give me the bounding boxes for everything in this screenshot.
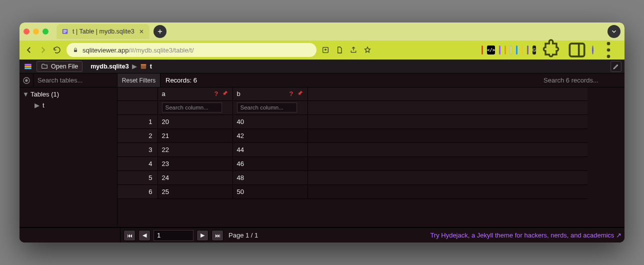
table-row[interactable]: 62550 [118, 184, 588, 198]
first-page-button[interactable]: ⏮ [124, 230, 136, 241]
type-help-icon[interactable]: ? [214, 90, 218, 98]
edit-button[interactable] [610, 61, 622, 72]
footer-gutter [22, 228, 120, 242]
address-field[interactable]: sqliteviewer.app/#/mydb.sqlite3/table/t/ [66, 43, 316, 57]
extension-icon[interactable] [510, 46, 512, 54]
prev-page-button[interactable]: ◀ [138, 230, 150, 241]
extension-icon[interactable] [499, 46, 500, 54]
close-tab-icon[interactable] [138, 28, 144, 34]
cell-a[interactable]: 24 [158, 170, 232, 184]
cell-b[interactable]: 44 [232, 142, 308, 156]
table-row[interactable]: 52448 [118, 170, 588, 184]
svg-point-16 [25, 79, 28, 82]
pin-column-icon[interactable] [298, 90, 304, 98]
browser-tab[interactable]: t | Table | mydb.sqlite3 [56, 24, 150, 39]
sidebar-group-label: Tables (1) [30, 90, 59, 98]
rownum-cell: 1 [118, 114, 158, 128]
filter-bar: Reset Filters Records: 6 [20, 74, 624, 88]
install-app-icon[interactable] [322, 46, 330, 54]
extensions-puzzle-icon[interactable] [540, 39, 562, 61]
tab-overflow-button[interactable] [608, 25, 620, 38]
minimize-window-button[interactable] [33, 28, 39, 34]
back-button[interactable] [24, 46, 34, 54]
data-table: a ? b ? [118, 88, 588, 199]
rownum-cell: 4 [118, 156, 158, 170]
cell-empty [308, 156, 588, 170]
svg-rect-12 [24, 68, 32, 69]
close-window-button[interactable] [24, 28, 30, 34]
pin-column-icon[interactable] [222, 90, 228, 98]
kebab-menu-icon[interactable] [598, 39, 620, 61]
type-help-icon[interactable]: ? [290, 90, 294, 98]
cell-a[interactable]: 23 [158, 156, 232, 170]
open-file-button[interactable]: Open File [36, 61, 82, 72]
extension-icon[interactable] [522, 46, 523, 54]
window: t | Table | mydb.sqlite3 sqliteviewer.ap… [20, 22, 624, 242]
column-header-b[interactable]: b ? [232, 88, 308, 100]
sidebar-item-label: t [42, 102, 44, 109]
cell-a[interactable]: 20 [158, 114, 232, 128]
cell-a[interactable]: 21 [158, 128, 232, 142]
cell-a[interactable]: 22 [158, 142, 232, 156]
profile-avatar-icon[interactable] [592, 46, 594, 54]
cell-b[interactable]: 46 [232, 156, 308, 170]
table-row[interactable]: 32244 [118, 142, 588, 156]
lock-icon [72, 47, 78, 53]
rownum-cell: 3 [118, 142, 158, 156]
extension-icon[interactable] [516, 46, 518, 54]
side-panel-icon[interactable] [566, 39, 588, 61]
folder-open-icon [41, 63, 48, 70]
search-column-a-input[interactable] [162, 102, 222, 112]
caret-right-icon: ▶ [34, 102, 40, 109]
extension-icon[interactable]: G [532, 46, 536, 54]
table-row[interactable]: 22142 [118, 128, 588, 142]
sidebar: ▼ Tables (1) ▶ t [20, 88, 118, 227]
table-row[interactable]: 42346 [118, 156, 588, 170]
page-label: Page 1 / 1 [228, 232, 258, 239]
reload-button[interactable] [52, 46, 62, 54]
extension-icon[interactable] [504, 46, 506, 54]
sidebar-item-table[interactable]: ▶ t [20, 100, 117, 110]
share-icon[interactable] [350, 46, 358, 54]
last-page-button[interactable]: ⏭ [212, 230, 224, 241]
cell-b[interactable]: 42 [232, 128, 308, 142]
page-input[interactable] [154, 230, 194, 241]
search-records-input[interactable] [540, 74, 624, 87]
cell-b[interactable]: 40 [232, 114, 308, 128]
new-tab-button[interactable] [154, 25, 166, 38]
page-icon[interactable] [336, 46, 344, 54]
search-tables-input[interactable] [34, 74, 117, 87]
app-toolbar: Open File mydb.sqlite3 ▶ t [20, 60, 624, 74]
cell-a[interactable]: 25 [158, 184, 232, 198]
extension-icon[interactable]: </> [487, 46, 495, 54]
zoom-window-button[interactable] [42, 28, 48, 34]
extension-icon[interactable] [482, 46, 483, 54]
svg-point-8 [607, 48, 610, 52]
cell-b[interactable]: 48 [232, 170, 308, 184]
svg-rect-1 [64, 30, 67, 30]
breadcrumb-table[interactable]: t [150, 63, 152, 70]
svg-rect-10 [24, 64, 32, 65]
extension-icon[interactable] [527, 46, 528, 54]
rownum-cell: 5 [118, 170, 158, 184]
sidebar-group-tables[interactable]: ▼ Tables (1) [20, 88, 117, 100]
breadcrumb-db[interactable]: mydb.sqlite3 [90, 63, 128, 70]
reset-filters-button[interactable]: Reset Filters [118, 74, 160, 87]
sidebar-toggle-button[interactable] [20, 74, 34, 87]
bookmark-star-icon[interactable] [364, 46, 372, 54]
cell-empty [308, 184, 588, 198]
promo-link[interactable]: Try Hydejack, a Jekyll theme for hackers… [430, 232, 622, 239]
table-row[interactable]: 12040 [118, 114, 588, 128]
breadcrumb: mydb.sqlite3 ▶ t [90, 62, 152, 70]
cell-empty [308, 128, 588, 142]
svg-point-9 [607, 55, 610, 58]
next-page-button[interactable]: ▶ [196, 230, 208, 241]
tab-title: t | Table | mydb.sqlite3 [72, 28, 134, 35]
rownum-cell: 2 [118, 128, 158, 142]
svg-point-7 [607, 42, 610, 46]
records-count: Records: 6 [160, 74, 202, 87]
breadcrumb-sep-icon: ▶ [132, 62, 137, 70]
cell-b[interactable]: 50 [232, 184, 308, 198]
search-column-b-input[interactable] [237, 102, 297, 112]
column-header-a[interactable]: a ? [158, 88, 232, 100]
